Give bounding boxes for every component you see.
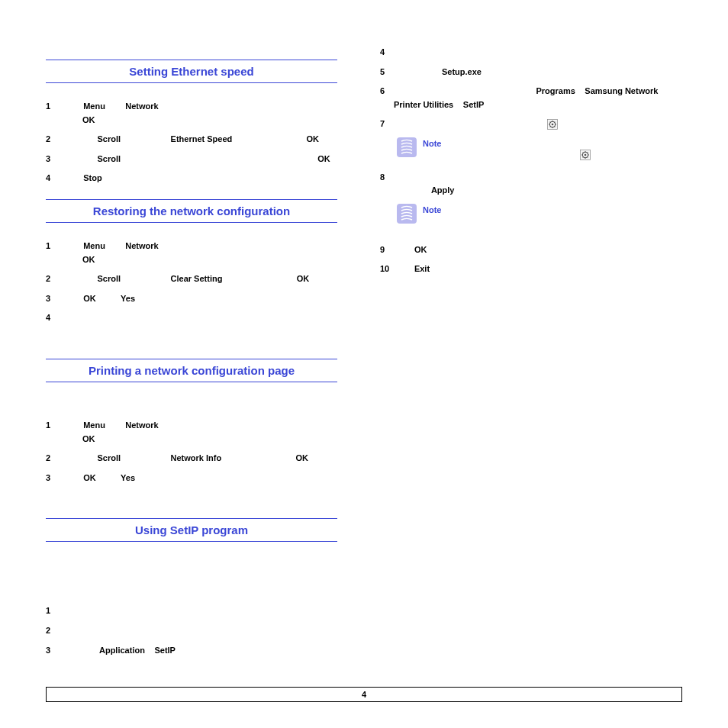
note-icon bbox=[397, 204, 417, 224]
heading-ethernet-speed: Setting Ethernet speed bbox=[46, 60, 337, 83]
svg-line-7 bbox=[550, 122, 551, 123]
step-number: 1 bbox=[46, 240, 60, 253]
two-column-layout: Setting Ethernet speed 1Press Menu until… bbox=[46, 46, 682, 663]
step-number: 7 bbox=[380, 118, 394, 131]
step-item: 3Press the Scroll buttons until the spee… bbox=[46, 153, 337, 166]
page-number: 4 bbox=[362, 690, 366, 699]
step-item: 3Press OK when Yes appears to restore th… bbox=[46, 292, 337, 306]
right-column: 4Select the language.5Double-click Setup… bbox=[380, 46, 672, 663]
step-item: 2Insert the supplied CD-ROM into your CD… bbox=[46, 624, 337, 638]
step-text: Press the Scroll buttons until Network I… bbox=[60, 452, 337, 465]
step-number: 1 bbox=[46, 419, 60, 433]
step-text: Enter the MAC address, IP address, subne… bbox=[394, 171, 672, 198]
step-text: Press OK when Yes appears to restore the… bbox=[60, 292, 337, 306]
step-number: 4 bbox=[46, 311, 60, 325]
step-item: 1Print the network information report. bbox=[46, 604, 337, 618]
svg-line-20 bbox=[587, 156, 588, 157]
step-text: Double-click Setup.exe. bbox=[394, 66, 672, 79]
step-item: 1Press Menu until Network appears on the… bbox=[46, 240, 337, 266]
steps-right-c: 9Click OK to confirm the settings.10Clic… bbox=[380, 243, 672, 276]
step-number: 10 bbox=[380, 263, 394, 276]
svg-line-19 bbox=[582, 153, 583, 153]
gear-icon bbox=[547, 119, 558, 130]
step-number: 4 bbox=[46, 172, 60, 185]
heading-setip: Using SetIP program bbox=[46, 518, 337, 542]
step-item: 2Press the Scroll buttons until Network … bbox=[46, 452, 337, 465]
step-item: 9Click OK to confirm the settings. bbox=[380, 243, 672, 257]
svg-point-14 bbox=[584, 154, 586, 156]
svg-line-22 bbox=[582, 156, 583, 157]
note-body-1: If you cannot find your printer name, cl… bbox=[423, 148, 672, 162]
steps-ethernet-speed: 1Press Menu until Network appears on the… bbox=[46, 100, 337, 185]
step-item: 6From the Windows Start menu, select Pro… bbox=[380, 85, 672, 111]
step-text: Press the Scroll buttons until the speed… bbox=[60, 153, 337, 166]
heading-print-config: Printing a network configuration page bbox=[46, 359, 337, 382]
step-number: 3 bbox=[46, 644, 60, 658]
svg-line-9 bbox=[555, 122, 556, 123]
step-item: 2Press the Scroll buttons until Clear Se… bbox=[46, 272, 337, 286]
note-label: Note bbox=[423, 204, 672, 214]
step-item: 2Press the Scroll buttons until Ethernet… bbox=[46, 133, 337, 147]
svg-line-21 bbox=[587, 153, 588, 153]
step-number: 3 bbox=[46, 153, 60, 166]
step-text: Print the network information report. bbox=[60, 604, 337, 618]
step-text: Select the name of your printer and clic… bbox=[394, 118, 672, 131]
step-text: Click OK to confirm the settings. bbox=[394, 243, 672, 257]
step-number: 3 bbox=[46, 292, 60, 306]
document-page: Setting Ethernet speed 1Press Menu until… bbox=[0, 0, 728, 728]
step-text: Press Menu until Network appears on the … bbox=[60, 100, 337, 127]
step-item: 7Select the name of your printer and cli… bbox=[380, 118, 672, 131]
step-item: 4Select the language. bbox=[380, 46, 672, 60]
steps-right-b: 8Enter the MAC address, IP address, subn… bbox=[380, 171, 672, 198]
step-number: 1 bbox=[46, 100, 60, 114]
step-text: Press Menu until Network appears on the … bbox=[60, 240, 337, 266]
step-item: 8Enter the MAC address, IP address, subn… bbox=[380, 171, 672, 198]
step-number: 1 bbox=[46, 604, 60, 618]
step-item: 3Press OK when Yes appears. bbox=[46, 472, 337, 485]
step-item: 1Press Menu until Network appears on the… bbox=[46, 100, 337, 127]
step-number: 2 bbox=[46, 133, 60, 147]
svg-line-8 bbox=[555, 127, 556, 127]
step-number: 4 bbox=[380, 46, 394, 60]
note-icon bbox=[397, 137, 417, 157]
step-text: Press the Scroll buttons until Ethernet … bbox=[60, 133, 337, 147]
note-label: Note bbox=[423, 137, 672, 148]
step-number: 2 bbox=[46, 624, 60, 638]
step-number: 2 bbox=[46, 452, 60, 465]
step-text: Press Stop to return to Standby mode. bbox=[60, 172, 337, 185]
steps-print-config: 1Press Menu until Network appears on the… bbox=[46, 419, 337, 485]
gear-icon bbox=[580, 150, 591, 160]
heading-restore-network: Restoring the network configuration bbox=[46, 199, 337, 223]
step-item: 4Press Stop to return to Standby mode. bbox=[46, 172, 337, 185]
steps-right-a: 4Select the language.5Double-click Setup… bbox=[380, 46, 672, 131]
page-number-footer: 4 bbox=[46, 687, 682, 702]
step-text: Press OK when Yes appears. bbox=[60, 472, 337, 485]
steps-restore-network: 1Press Menu until Network appears on the… bbox=[46, 240, 337, 325]
step-item: 5Double-click Setup.exe. bbox=[380, 66, 672, 79]
steps-setip: 1Print the network information report.2I… bbox=[46, 604, 337, 657]
step-item: 4Power the machine off and back on. bbox=[46, 311, 337, 325]
step-text: Press the Scroll buttons until Clear Set… bbox=[60, 272, 337, 286]
step-item: 3Select the Application > SetIP folder. bbox=[46, 644, 337, 658]
step-item: 1Press Menu until Network appears on the… bbox=[46, 419, 337, 446]
step-number: 9 bbox=[380, 243, 394, 257]
step-text: Click Exit to close the SetIP program. bbox=[394, 263, 672, 276]
left-column: Setting Ethernet speed 1Press Menu until… bbox=[46, 46, 337, 663]
step-text: Press Menu until Network appears on the … bbox=[60, 419, 337, 446]
step-text: Insert the supplied CD-ROM into your CD-… bbox=[60, 624, 337, 638]
step-text: From the Windows Start menu, select Prog… bbox=[394, 85, 672, 111]
svg-line-10 bbox=[550, 127, 551, 127]
step-text: Select the language. bbox=[394, 46, 672, 60]
step-item: 10Click Exit to close the SetIP program. bbox=[380, 263, 672, 276]
step-number: 6 bbox=[380, 85, 394, 98]
step-number: 8 bbox=[380, 171, 394, 185]
step-number: 5 bbox=[380, 66, 394, 79]
note-block-2: Note bbox=[397, 204, 672, 224]
note-block-1: Note If you cannot find your printer nam… bbox=[397, 137, 672, 162]
step-text: Select the Application > SetIP folder. bbox=[60, 644, 337, 658]
step-number: 3 bbox=[46, 472, 60, 485]
step-text: Power the machine off and back on. bbox=[60, 311, 337, 325]
step-number: 2 bbox=[46, 272, 60, 286]
svg-point-2 bbox=[552, 124, 554, 126]
